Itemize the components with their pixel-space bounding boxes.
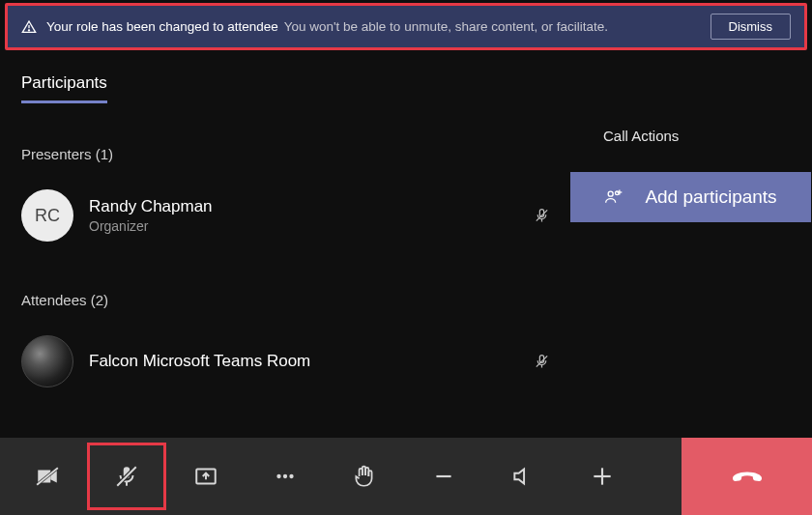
speaker-icon [510,464,536,489]
share-screen-icon [193,464,218,489]
mic-muted-icon [534,354,550,370]
camera-off-icon [35,464,60,489]
hangup-button[interactable] [682,438,812,515]
banner-subtitle: You won't be able to unmute, share conte… [284,19,608,34]
svg-point-20 [283,474,287,478]
minus-icon [431,464,456,489]
warning-icon [21,19,37,35]
mic-off-icon [114,464,139,489]
svg-point-19 [276,474,280,478]
more-icon [273,464,298,489]
more-button[interactable] [246,438,325,515]
participants-panel: Participants Call Actions Add participan… [21,73,791,438]
mic-button[interactable] [87,438,166,515]
presenter-row[interactable]: RC Randy Chapman Organizer [21,189,791,242]
person-info: Falcon Microsoft Teams Room [89,352,310,371]
person-info: Randy Chapman Organizer [89,197,213,234]
dismiss-button[interactable]: Dismiss [710,14,792,40]
camera-button[interactable] [8,438,87,515]
role-changed-banner: Your role has been changed to attendee Y… [8,6,804,47]
tab-row: Participants [21,73,791,103]
lower-button[interactable] [404,438,483,515]
raise-hand-icon [352,464,377,489]
mic-muted-icon [534,208,550,224]
call-control-bar [0,438,812,515]
presenter-name: Randy Chapman [89,197,213,216]
mic-button-highlight [87,443,166,510]
svg-point-1 [28,29,29,30]
avatar [21,335,73,387]
banner-text: Your role has been changed to attendee Y… [46,19,701,34]
role-changed-banner-highlight: Your role has been changed to attendee Y… [5,3,807,50]
hangup-icon [730,459,765,494]
tab-participants[interactable]: Participants [21,73,107,103]
presenter-role: Organizer [89,218,213,234]
attendee-row[interactable]: Falcon Microsoft Teams Room [21,335,791,387]
banner-title: Your role has been changed to attendee [46,19,278,34]
raise-hand-button[interactable] [325,438,404,515]
attendee-name: Falcon Microsoft Teams Room [89,352,310,371]
raise-button[interactable] [563,438,642,515]
volume-button[interactable] [483,438,563,515]
svg-point-21 [289,474,293,478]
attendees-heading: Attendees (2) [21,292,791,308]
role-changed-banner-wrap: Your role has been changed to attendee Y… [0,0,812,53]
call-actions-heading: Call Actions [603,128,679,144]
avatar: RC [21,189,73,242]
share-button[interactable] [166,438,246,515]
presenters-heading: Presenters (1) [21,146,791,162]
plus-icon [590,464,615,489]
